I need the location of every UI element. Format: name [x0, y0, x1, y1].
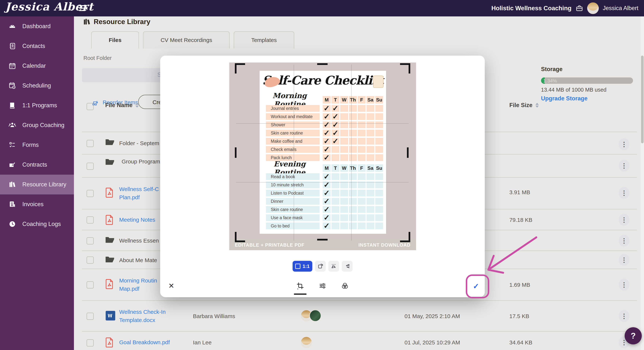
tab-files[interactable]: Files	[91, 31, 139, 49]
row-checkbox[interactable]	[86, 140, 94, 147]
item-label: Go to bed	[266, 223, 320, 229]
column-file-size[interactable]: File Size	[509, 101, 539, 109]
sidebar-item-dashboard[interactable]: Dashboard	[0, 17, 74, 36]
day-cell	[340, 206, 348, 213]
sidebar-item-group-coaching[interactable]: Group Coaching	[0, 115, 74, 135]
sidebar-item-scheduling[interactable]: Scheduling	[0, 76, 74, 96]
rotate-button[interactable]	[315, 261, 326, 272]
day-cell	[366, 223, 374, 229]
sidebar-item-forms[interactable]: Forms	[0, 135, 74, 155]
sidebar-item-contracts[interactable]: Contracts	[0, 155, 74, 175]
table-row[interactable]: Wellness Check-InTemplate.docx Barbara W…	[82, 300, 637, 331]
day-cell	[366, 154, 374, 161]
crop-canvas[interactable]: Self-Care Checklist Morning RoutineMTWTh…	[229, 63, 416, 250]
day-cell	[349, 173, 357, 180]
tab-crop[interactable]	[294, 278, 306, 294]
avatar-group	[300, 336, 312, 348]
table-row[interactable]: Goal Breakdown.pdf Ian Lee 01 Jul, 2025 …	[82, 331, 637, 350]
flip-vertical-button[interactable]	[342, 261, 352, 272]
item-cells: ✓	[323, 198, 383, 205]
sidebar-item-invoices[interactable]: Invoices	[0, 195, 74, 214]
item-label: Listen to Podcast	[266, 190, 320, 197]
sidebar-label: Contacts	[22, 43, 45, 49]
row-checkbox[interactable]	[86, 237, 94, 244]
row-checkbox[interactable]	[86, 281, 94, 288]
row-menu-button[interactable]: ⋮	[619, 254, 630, 266]
row-menu-button[interactable]: ⋮	[619, 214, 630, 226]
day-cell	[349, 146, 357, 153]
sidebar-collapse-icon[interactable]	[79, 5, 87, 12]
storage-title: Storage	[541, 66, 634, 73]
sort-icon[interactable]	[536, 101, 539, 109]
confirm-crop-button[interactable]: ✓	[470, 280, 482, 292]
row-checkbox[interactable]	[86, 216, 94, 224]
user-avatar[interactable]	[587, 3, 599, 14]
day-cell	[340, 154, 348, 161]
row-checkbox[interactable]	[86, 313, 94, 320]
item-cells: ✓✓	[323, 138, 383, 145]
shared-with: Barbara Williams	[193, 313, 235, 319]
row-menu-button[interactable]: ⋮	[619, 187, 630, 199]
day-cell: ✓	[332, 138, 339, 145]
day-cell	[366, 105, 374, 112]
row-checkbox[interactable]	[86, 339, 94, 346]
tab-adjust[interactable]	[316, 278, 328, 294]
row-menu-button[interactable]: ⋮	[619, 310, 630, 322]
sidebar-item-contacts[interactable]: Contacts	[0, 36, 74, 56]
row-checkbox[interactable]	[86, 190, 94, 197]
row-menu-button[interactable]: ⋮	[619, 279, 630, 291]
help-button[interactable]: ?	[625, 327, 642, 344]
sidebar-label: Dashboard	[22, 23, 51, 30]
day-cell: ✓	[323, 198, 330, 205]
tab-templates[interactable]: Templates	[234, 31, 294, 49]
item-cells: ✓	[323, 206, 383, 213]
item-label: Shower	[266, 121, 320, 128]
day-cell	[340, 121, 348, 128]
day-cell	[358, 190, 366, 197]
filters-icon	[341, 282, 349, 290]
day-cell	[358, 173, 366, 180]
day-cell: ✓	[323, 154, 330, 161]
item-cells: ✓	[323, 173, 383, 180]
day-cell	[340, 113, 348, 120]
day-cell	[375, 113, 383, 120]
sidebar-item-coaching-logs[interactable]: Coaching Logs	[0, 214, 74, 234]
row-menu-button[interactable]: ⋮	[619, 235, 630, 247]
file-size: 17.5 KB	[509, 313, 529, 319]
scrollbar-thumb[interactable]	[641, 56, 644, 143]
row-menu-button[interactable]: ⋮	[619, 160, 630, 172]
library-icon	[8, 181, 16, 188]
day-cell	[375, 198, 383, 205]
item-cells: ✓	[323, 190, 383, 197]
day-cell	[358, 113, 366, 120]
sidebar-label: Scheduling	[22, 82, 51, 89]
row-checkbox[interactable]	[86, 257, 94, 264]
tab-filters[interactable]	[339, 278, 351, 294]
day-label: Su	[375, 96, 383, 104]
column-file-name[interactable]: File Name	[105, 101, 139, 109]
select-all-checkbox[interactable]	[86, 103, 94, 110]
tab-cv-meet-recordings[interactable]: CV Meet Recordings	[143, 31, 230, 49]
sort-icon[interactable]	[136, 101, 139, 109]
row-checkbox[interactable]	[86, 163, 94, 170]
breadcrumb: Root Folder	[84, 55, 112, 61]
day-cell	[366, 214, 374, 221]
sidebar-item-programs[interactable]: 1:1 Programs	[0, 96, 74, 115]
checklist-item: Skin care routine✓	[260, 206, 386, 213]
aspect-ratio-button[interactable]: 1:1	[292, 261, 312, 272]
avatar	[309, 310, 321, 322]
day-cell	[375, 223, 383, 229]
sidebar-item-resource-library[interactable]: Resource Library	[0, 175, 74, 195]
day-label: Th	[349, 96, 357, 104]
scrollbar[interactable]	[641, 17, 644, 350]
briefcase-icon[interactable]	[576, 5, 583, 12]
row-menu-button[interactable]: ⋮	[619, 138, 630, 150]
day-cell	[332, 146, 339, 153]
item-label: Skin care routine	[266, 130, 320, 136]
item-label: Journal entries	[266, 105, 320, 112]
flip-horizontal-button[interactable]	[328, 261, 339, 272]
contract-icon	[8, 161, 16, 168]
checklist-preview: Self-Care Checklist Morning RoutineMTWTh…	[260, 71, 386, 234]
checklist-item: Skin care routine✓✓	[260, 130, 386, 136]
sidebar-item-calendar[interactable]: Calendar	[0, 56, 74, 76]
